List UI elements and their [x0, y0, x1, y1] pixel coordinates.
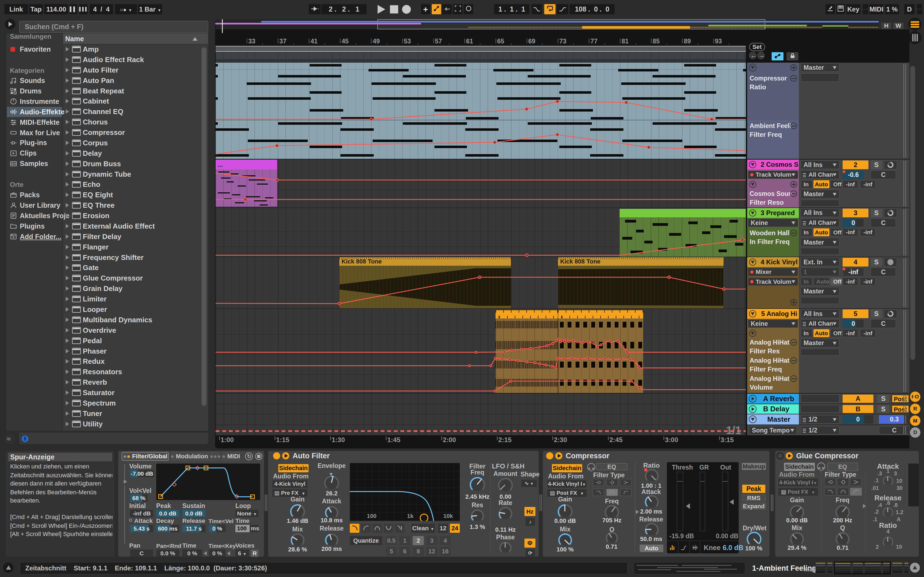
svg-text:10k: 10k — [443, 513, 453, 519]
svg-text:100: 100 — [367, 513, 376, 519]
svg-text:1k: 1k — [407, 513, 414, 519]
